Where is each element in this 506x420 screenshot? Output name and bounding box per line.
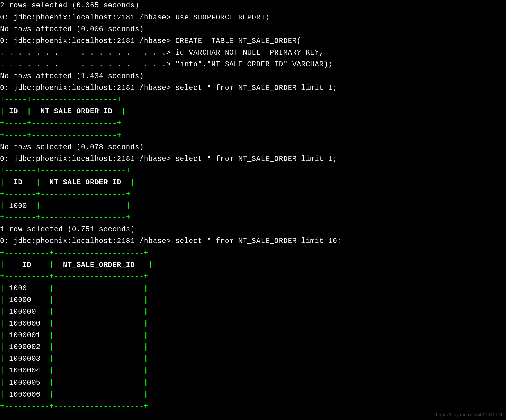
terminal-line: | 1000006 | | (0, 389, 506, 401)
command-text: "info"."NT_SALE_ORDER_ID" VARCHAR); (175, 61, 333, 69)
terminal-line: +----------+--------------------+ (0, 247, 506, 259)
terminal-line: +-------+-------------------+ (0, 212, 506, 224)
terminal-line: | ID | NT_SALE_ORDER_ID | (0, 106, 506, 118)
column-header-id: ID (5, 261, 50, 269)
terminal-line: No rows affected (1.434 seconds) (0, 71, 506, 82)
terminal-line: 0: jdbc:phoenix:localhost:2181:/hbase> s… (0, 82, 506, 94)
cell-nt-sale-order-id (54, 343, 144, 351)
terminal-line: . . . . . . . . . . . . . . . . . . .> "… (0, 59, 506, 71)
terminal-line: +-----+-------------------+ (0, 118, 506, 129)
cell-nt-sale-order-id (54, 308, 144, 316)
cell-id: 1000003 (5, 355, 50, 363)
cell-id: 1000001 (5, 331, 50, 339)
terminal-line: 0: jdbc:phoenix:localhost:2181:/hbase> s… (0, 236, 506, 247)
cell-id: 1000002 (5, 343, 50, 351)
terminal-line: | 1000 | | (0, 283, 506, 294)
cell-nt-sale-order-id (40, 202, 126, 210)
terminal-line: +----------+--------------------+ (0, 271, 506, 283)
terminal-line: 0: jdbc:phoenix:localhost:2181:/hbase> u… (0, 12, 506, 23)
column-header-id: ID (5, 178, 36, 187)
watermark-text: https://blog.csdn.net/u012551524 (436, 412, 502, 418)
terminal-line: +-----+-------------------+ (0, 130, 506, 141)
terminal-line: | 1000003 | | (0, 353, 506, 365)
terminal-line: | 1000002 | | (0, 342, 506, 353)
cell-id: 1000005 (5, 379, 50, 387)
column-header-nt-sale-order-id: NT_SALE_ORDER_ID (45, 178, 131, 187)
prompt: . . . . . . . . . . . . . . . . . . .> (0, 61, 175, 69)
terminal-line: | 1000000 | | (0, 318, 506, 330)
cell-id: 1000000 (5, 320, 50, 328)
prompt: . . . . . . . . . . . . . . . . . . .> (0, 49, 175, 57)
cell-nt-sale-order-id (54, 331, 144, 339)
terminal-line: 0: jdbc:phoenix:localhost:2181:/hbase> C… (0, 35, 506, 47)
cell-nt-sale-order-id (54, 320, 144, 328)
terminal-line: +-------+-------------------+ (0, 188, 506, 200)
terminal-line: +-------+-------------------+ (0, 165, 506, 177)
cell-nt-sale-order-id (54, 296, 144, 304)
cell-id: 1000 (5, 284, 50, 292)
cell-id: 1000006 (5, 390, 50, 398)
column-header-nt-sale-order-id: NT_SALE_ORDER_ID (58, 261, 148, 269)
terminal-line: +----------+--------------------+ (0, 401, 506, 412)
cell-id: 1000 (5, 202, 36, 210)
command-text: select * from NT_SALE_ORDER limit 1; (175, 84, 337, 92)
terminal-line: No rows affected (0.006 seconds) (0, 23, 506, 35)
terminal-line: | 1000004 | | (0, 365, 506, 377)
prompt: 0: jdbc:phoenix:localhost:2181:/hbase> (0, 37, 175, 45)
command-text: id VARCHAR NOT NULL PRIMARY KEY, (175, 49, 324, 57)
cell-nt-sale-order-id (54, 284, 144, 292)
terminal-line: | 100000 | | (0, 306, 506, 318)
command-text: CREATE TABLE NT_SALE_ORDER( (175, 37, 301, 45)
terminal-line: | 1000 | | (0, 200, 506, 212)
terminal-line: | 1000001 | | (0, 330, 506, 342)
prompt: 0: jdbc:phoenix:localhost:2181:/hbase> (0, 14, 175, 22)
column-header-nt-sale-order-id: NT_SALE_ORDER_ID (36, 108, 121, 116)
cell-nt-sale-order-id (54, 379, 144, 387)
cell-id: 1000004 (5, 367, 50, 375)
prompt: 0: jdbc:phoenix:localhost:2181:/hbase> (0, 84, 175, 92)
prompt: 0: jdbc:phoenix:localhost:2181:/hbase> (0, 237, 175, 245)
command-text: use SHOPFORCE_REPORT; (175, 14, 270, 22)
command-text: select * from NT_SALE_ORDER limit 1; (175, 155, 337, 163)
terminal-line: . . . . . . . . . . . . . . . . . . .> i… (0, 47, 506, 59)
terminal-line: 1 row selected (0.751 seconds) (0, 224, 506, 236)
prompt: 0: jdbc:phoenix:localhost:2181:/hbase> (0, 155, 175, 163)
cell-nt-sale-order-id (54, 390, 144, 398)
column-header-id: ID (5, 108, 27, 116)
terminal-line: 0: jdbc:phoenix:localhost:2181:/hbase> s… (0, 153, 506, 165)
terminal-line: | 1000005 | | (0, 377, 506, 389)
terminal-line: | ID | NT_SALE_ORDER_ID | (0, 259, 506, 271)
cell-id: 10000 (5, 296, 50, 304)
cell-id: 100000 (5, 308, 50, 316)
terminal-line: 2 rows selected (0.065 seconds) (0, 0, 506, 12)
terminal-line: No rows selected (0.078 seconds) (0, 141, 506, 153)
terminal-output[interactable]: 2 rows selected (0.065 seconds)0: jdbc:p… (0, 0, 506, 412)
terminal-line: | ID | NT_SALE_ORDER_ID | (0, 177, 506, 188)
command-text: select * from NT_SALE_ORDER limit 10; (175, 237, 342, 245)
cell-nt-sale-order-id (54, 355, 144, 363)
cell-nt-sale-order-id (54, 367, 144, 375)
terminal-line: +-----+-------------------+ (0, 94, 506, 106)
terminal-line: | 10000 | | (0, 295, 506, 306)
